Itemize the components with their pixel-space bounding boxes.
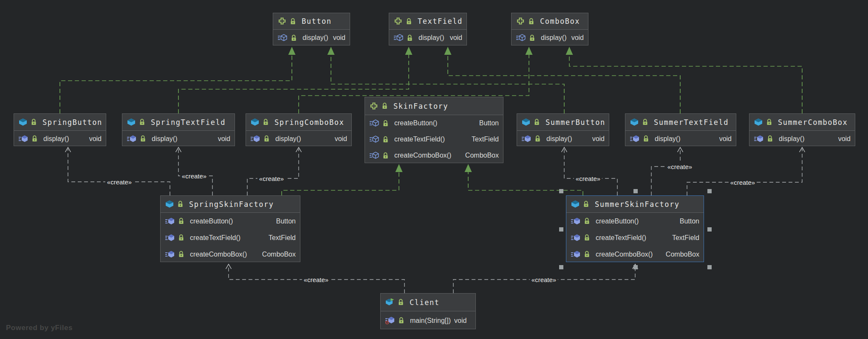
node-summertextfield[interactable]: SummerTextFielddisplay()void: [625, 113, 736, 146]
method-row[interactable]: display()void: [517, 131, 609, 147]
edge-summerskinfactory-creates-summercombobox[interactable]: [687, 149, 802, 195]
edge-springskinfactory-creates-springbutton[interactable]: [68, 149, 170, 195]
method-row[interactable]: display()void: [512, 30, 588, 46]
edge-label-create: «create»: [180, 172, 208, 180]
method-name: createComboBox(): [596, 251, 653, 258]
method-return-type: ComboBox: [465, 152, 499, 159]
node-header-textfield[interactable]: TextField: [389, 13, 467, 30]
method-row[interactable]: display()void: [273, 30, 350, 46]
method-row[interactable]: createButton()Button: [365, 115, 503, 131]
node-button[interactable]: Buttondisplay()void: [273, 13, 350, 45]
node-header-summerskinfactory[interactable]: SummerSkinFactory: [566, 196, 704, 213]
edge-label-create: «create»: [105, 178, 133, 186]
node-header-skinfactory[interactable]: SkinFactory: [365, 97, 503, 115]
node-header-client[interactable]: Client: [381, 294, 475, 311]
realization-arrowhead-icon: [405, 47, 413, 55]
interface-icon: [278, 17, 286, 25]
method-row[interactable]: createComboBox()ComboBox: [161, 246, 300, 263]
edge-springskinfactory-creates-springcombobox[interactable]: [247, 149, 299, 195]
abstract-method-icon: [516, 34, 526, 42]
node-header-button[interactable]: Button: [273, 13, 350, 30]
node-springbutton[interactable]: SpringButtondisplay()void: [14, 113, 106, 146]
edge-springskinfactory-implements-skinfactory[interactable]: [282, 171, 399, 195]
method-row[interactable]: createTextField()TextField: [566, 229, 704, 246]
node-header-summertextfield[interactable]: SummerTextField: [625, 114, 736, 131]
edge-label-create: «create»: [257, 175, 286, 182]
selection-handle[interactable]: [559, 227, 563, 232]
method-row[interactable]: main(String[])void: [381, 311, 475, 330]
node-skinfactory[interactable]: SkinFactorycreateButton()ButtoncreateTex…: [365, 97, 503, 163]
node-client[interactable]: Clientmain(String[])void: [380, 293, 476, 329]
method-name: createComboBox(): [190, 251, 247, 258]
method-row[interactable]: createButton()Button: [566, 213, 704, 229]
realization-arrowhead-icon: [288, 47, 296, 55]
edge-summerskinfactory-creates-summerbutton[interactable]: [564, 149, 617, 195]
node-header-springskinfactory[interactable]: SpringSkinFactory: [161, 196, 300, 213]
selection-handle[interactable]: [707, 265, 712, 269]
node-title: SummerTextField: [654, 118, 729, 127]
edge-summerskinfactory-creates-summertextfield[interactable]: [651, 149, 680, 195]
method-row[interactable]: createButton()Button: [161, 213, 300, 229]
method-row[interactable]: createTextField()TextField: [161, 229, 300, 246]
node-springtextfield[interactable]: SpringTextFielddisplay()void: [122, 113, 235, 146]
yfiles-watermark: Powered by yFiles: [6, 324, 73, 332]
method-icon: [165, 234, 175, 242]
lock-icon: [178, 251, 184, 258]
node-springcombobox[interactable]: SpringComboBoxdisplay()void: [246, 113, 352, 146]
method-row[interactable]: createComboBox()ComboBox: [365, 147, 503, 164]
method-return-type: void: [592, 135, 605, 143]
node-title: SpringComboBox: [274, 118, 344, 127]
runnable-class-icon: [385, 298, 394, 306]
method-name: createButton(): [190, 218, 233, 225]
lock-icon: [584, 251, 590, 258]
lock-icon: [178, 234, 184, 241]
node-header-springtextfield[interactable]: SpringTextField: [122, 114, 235, 131]
class-icon: [522, 118, 530, 126]
node-header-combobox[interactable]: ComboBox: [512, 13, 588, 30]
main-method-icon: [385, 316, 395, 325]
selection-handle[interactable]: [559, 265, 563, 269]
node-header-springbutton[interactable]: SpringButton: [14, 114, 106, 131]
method-row[interactable]: display()void: [625, 131, 736, 147]
method-row[interactable]: display()void: [14, 131, 106, 147]
edge-springbutton-implements-button[interactable]: [60, 54, 292, 113]
lock-icon: [534, 135, 541, 142]
method-row[interactable]: display()void: [122, 131, 235, 147]
node-springskinfactory[interactable]: SpringSkinFactorycreateButton()Buttoncre…: [160, 195, 300, 262]
node-textfield[interactable]: TextFielddisplay()void: [389, 13, 467, 45]
method-name: display(): [152, 135, 177, 143]
method-return-type: ComboBox: [262, 251, 296, 258]
node-header-summerbutton[interactable]: SummerButton: [517, 114, 609, 131]
node-summerbutton[interactable]: SummerButtondisplay()void: [517, 113, 609, 146]
lock-icon: [398, 299, 404, 306]
selection-handle[interactable]: [633, 189, 638, 193]
node-summercombobox[interactable]: SummerComboBoxdisplay()void: [749, 113, 855, 146]
method-row[interactable]: createComboBox()ComboBox: [566, 246, 704, 263]
node-combobox[interactable]: ComboBoxdisplay()void: [511, 13, 588, 45]
lock-icon: [382, 120, 389, 127]
method-row[interactable]: display()void: [749, 131, 855, 147]
selection-handle[interactable]: [707, 189, 712, 193]
edge-summercombobox-implements-combobox[interactable]: [569, 54, 802, 113]
node-summerskinfactory[interactable]: SummerSkinFactorycreateButton()Buttoncre…: [566, 195, 704, 262]
method-row[interactable]: createTextField()TextField: [365, 131, 503, 147]
selection-handle[interactable]: [559, 189, 563, 193]
selection-handle[interactable]: [633, 265, 638, 269]
node-header-springcombobox[interactable]: SpringComboBox: [246, 114, 351, 131]
method-name: createTextField(): [394, 136, 445, 143]
lock-icon: [139, 119, 145, 126]
method-name: createTextField(): [596, 234, 646, 242]
method-row[interactable]: display()void: [389, 30, 467, 46]
edge-summerskinfactory-implements-skinfactory[interactable]: [468, 171, 583, 195]
method-icon: [251, 135, 260, 143]
lock-icon: [534, 119, 540, 126]
selection-handle[interactable]: [707, 227, 712, 232]
node-title: SpringSkinFactory: [189, 200, 274, 209]
node-header-summercombobox[interactable]: SummerComboBox: [749, 114, 855, 131]
method-return-type: Button: [680, 218, 699, 225]
lock-icon: [382, 136, 389, 143]
method-name: display(): [418, 34, 444, 42]
class-icon: [165, 200, 174, 208]
lock-icon: [290, 18, 296, 25]
method-row[interactable]: display()void: [246, 131, 351, 147]
